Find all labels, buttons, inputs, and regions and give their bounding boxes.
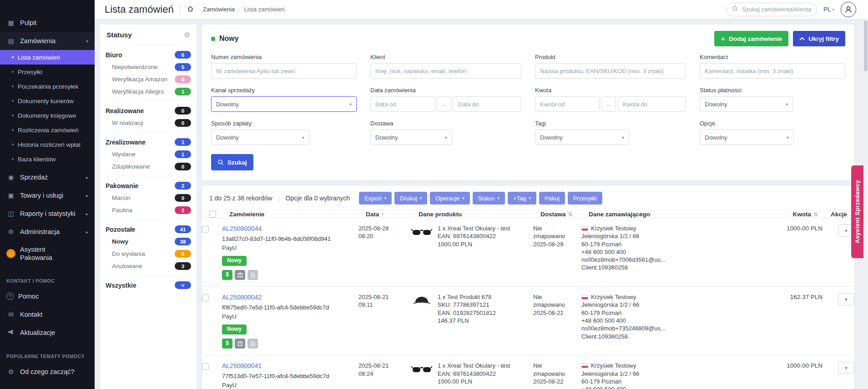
hide-filters-label: Ukryj filtry: [808, 35, 839, 42]
row-actions-button[interactable]: ▾: [838, 362, 854, 374]
status-filter-item[interactable]: Weryfikacja Allegro 1: [106, 85, 191, 98]
sidebar-item-administracja[interactable]: ⚙ Administracja ▸: [0, 223, 95, 241]
export-button[interactable]: Export▾: [359, 192, 392, 204]
status-filter-item[interactable]: Pozostałe 41: [106, 223, 191, 235]
operations-button[interactable]: Operacje▾: [430, 192, 469, 204]
sidebar-item-kontakt[interactable]: ✉ Kontakt: [0, 305, 95, 324]
select-value: Dowolny: [216, 101, 239, 108]
mail-icon: ✉: [6, 311, 15, 318]
sidebar-item-asystent-pakowania[interactable]: ▢ Asystent Pakowania: [0, 241, 95, 266]
document-icon[interactable]: [247, 270, 258, 280]
row-checkbox[interactable]: [202, 294, 209, 301]
amount-to-input[interactable]: [618, 96, 686, 112]
hide-filters-button[interactable]: Ukryj filtry: [793, 31, 845, 46]
status-filter-item[interactable]: Wszystkie =: [106, 279, 191, 291]
order-cell: AL250800044 13a827c0-83d7-11f0-9b4b-6dc0…: [222, 224, 358, 280]
print-button[interactable]: Drukuj▾: [394, 192, 427, 204]
product-lines: 1 x Xreal Test Okulary - test EAN: 69761…: [438, 224, 510, 280]
user-avatar[interactable]: [841, 2, 856, 17]
order-number-input[interactable]: [211, 63, 357, 79]
sidebar-item-przesylki[interactable]: Przesyłki: [0, 65, 95, 79]
tags-select[interactable]: Dowolny ▾: [535, 130, 629, 145]
status-button[interactable]: Status▾: [473, 192, 505, 204]
status-filter-item[interactable]: Marcin 0: [106, 192, 191, 204]
status-filter-item-active[interactable]: Nowy 38: [106, 235, 191, 248]
home-icon[interactable]: [187, 5, 194, 13]
sidebar-item-aktualizacje[interactable]: Aktualizacje: [0, 324, 95, 342]
client-input[interactable]: [370, 63, 521, 79]
chevron-down-icon: ▾: [462, 196, 464, 200]
row-checkbox[interactable]: [202, 226, 209, 233]
add-tag-button[interactable]: +Tag▾: [508, 192, 536, 204]
sidebar-item-raporty-i-statystyki[interactable]: ◫ Raporty i statystyki ▸: [0, 204, 95, 223]
comment-input[interactable]: [700, 63, 845, 79]
status-filter-item[interactable]: Realizowane 0: [106, 105, 191, 117]
payment-dollar-icon[interactable]: $: [222, 339, 232, 349]
column-header-date[interactable]: Data↑: [366, 211, 419, 218]
sidebar-item-towary-i-uslugi[interactable]: ▣ Towary i usługi ▸: [0, 186, 95, 204]
payment-dollar-icon[interactable]: $: [222, 270, 232, 280]
status-filter-item[interactable]: Zduplikowane 0: [106, 160, 191, 173]
scrollbar-thumb[interactable]: [864, 20, 868, 71]
language-selector[interactable]: PL ▾: [823, 6, 834, 13]
delivery-select[interactable]: Dowolny ▾: [370, 130, 452, 145]
status-filter-item[interactable]: Do wysłania 0: [106, 248, 191, 260]
global-search-input[interactable]: [742, 6, 811, 13]
statuses-settings-gear-icon[interactable]: ⚙: [184, 31, 190, 39]
date-from-input[interactable]: [370, 96, 435, 112]
packing-assistant-icon: ▢: [6, 249, 15, 258]
status-count-badge: 1: [175, 88, 191, 95]
sidebar-item-historia-rozliczen-wplat[interactable]: Historia rozliczeń wpłat: [0, 137, 95, 152]
amount-from-input[interactable]: [535, 96, 600, 112]
status-filter-item[interactable]: Zrealizowane 1: [106, 136, 191, 148]
breadcrumb: · Zamówienia · Lista zamówień: [187, 5, 285, 13]
options-select[interactable]: Dowolny ▾: [700, 130, 794, 145]
sidebar-item-poczekalnia-przesylek[interactable]: Poczekalnia przesyłek: [0, 79, 95, 94]
status-filter-item[interactable]: Wysłane 1: [106, 148, 191, 160]
sidebar-item-zamowienia[interactable]: ▤ Zamówienia ▾: [0, 32, 95, 50]
sidebar-item-label: Zamówienia: [20, 37, 56, 45]
status-filter-item[interactable]: Anulowane 3: [106, 260, 191, 272]
sidebar-item-dokumenty-ksiegowe[interactable]: Dokumenty księgowe: [0, 108, 95, 123]
breadcrumb-item[interactable]: Zamówienia: [203, 6, 235, 13]
payment-status-select[interactable]: Dowolny ▾: [700, 96, 793, 112]
order-link[interactable]: AL250800044: [222, 225, 262, 232]
product-input[interactable]: [535, 63, 686, 79]
payment-method-select[interactable]: Dowolny ▾: [211, 130, 309, 145]
order-link[interactable]: AL250800041: [222, 362, 262, 369]
select-all-checkbox[interactable]: [209, 211, 216, 218]
sidebar-item-od-czego-zaczac[interactable]: ⚙ Od czego zacząć?: [0, 363, 95, 381]
date-to-input[interactable]: [453, 96, 521, 112]
status-filter-item[interactable]: Niepotwierdzone 5: [106, 61, 191, 73]
row-actions-button[interactable]: ▾: [838, 293, 854, 305]
sort-icon: ⇅: [568, 211, 573, 218]
sidebar-item-pomoc[interactable]: ? Pomoc: [0, 287, 95, 305]
sidebar-item-lista-zamowien[interactable]: Lista zamówień: [0, 50, 95, 65]
pack-button[interactable]: Pakuj: [539, 192, 565, 204]
column-header-delivery[interactable]: Dostawa⇅: [540, 211, 589, 218]
status-count-badge: 0: [175, 119, 191, 127]
sidebar-item-pulpit[interactable]: ▦ Pulpit: [0, 14, 95, 32]
row-checkbox[interactable]: [202, 363, 209, 370]
search-button[interactable]: Szukaj: [211, 154, 253, 170]
filter-payment-status: Status płatności Dowolny ▾: [700, 87, 845, 112]
document-icon[interactable]: [247, 339, 258, 349]
shipments-button[interactable]: Przesyłki: [568, 192, 602, 204]
sales-assistant-tab[interactable]: Asystent Sprzedawcy: [851, 165, 863, 258]
sidebar-item-baza-klientow[interactable]: Baza klientów: [0, 152, 95, 166]
order-link[interactable]: AL250800042: [222, 294, 262, 301]
chevron-down-icon: ▾: [349, 102, 352, 107]
package-icon[interactable]: [235, 270, 245, 280]
status-filter-item[interactable]: Pakowanie 2: [106, 180, 191, 192]
status-filter-item[interactable]: W realizacji 0: [106, 117, 191, 129]
status-filter-item[interactable]: Weryfikacja Amazon 0: [106, 73, 191, 85]
sidebar-item-rozliczenia-zamowien[interactable]: Rozliczenia zamówień: [0, 123, 95, 137]
column-header-amount[interactable]: Kwota⇅: [763, 211, 818, 218]
sales-channel-select[interactable]: Dowolny ▾: [211, 96, 357, 112]
add-order-button[interactable]: + Dodaj zamówienie: [714, 31, 788, 46]
status-filter-item[interactable]: Biuro 6: [106, 49, 191, 61]
sidebar-item-sprzedaz[interactable]: ◉ Sprzedaż ▸: [0, 168, 95, 186]
package-icon[interactable]: [235, 339, 245, 349]
sidebar-item-dokumenty-kurierow[interactable]: Dokumenty kurierów: [0, 94, 95, 108]
status-filter-item[interactable]: Paulina 2: [106, 204, 191, 216]
